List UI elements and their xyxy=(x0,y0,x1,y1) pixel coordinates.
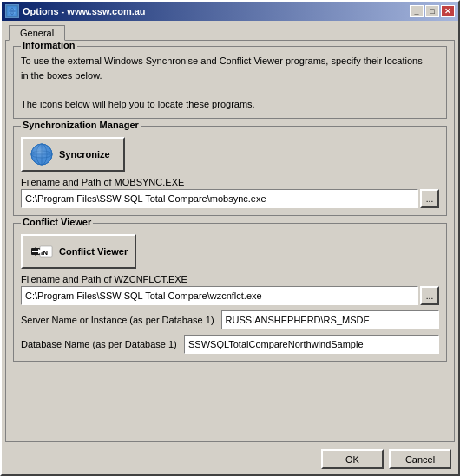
minimize-button[interactable]: _ xyxy=(410,5,424,17)
window-icon xyxy=(5,4,19,18)
conflict-filename-label: Filename and Path of WZCNFLCT.EXE xyxy=(21,274,439,284)
sync-section: Syncronize xyxy=(21,137,439,172)
conflict-button-label: Conflict Viewer xyxy=(59,246,128,257)
sync-button-label: Syncronize xyxy=(59,149,110,160)
title-bar: Options - www.ssw.com.au _ □ ✕ xyxy=(2,2,458,21)
svg-text:IN: IN xyxy=(41,249,48,257)
server-name-label: Server Name or Instance (as per Database… xyxy=(21,315,214,325)
conflict-title: Conflict Viewer xyxy=(21,217,93,227)
info-line3: The icons below will help you to locate … xyxy=(21,99,255,109)
sync-filepath-input[interactable] xyxy=(21,189,418,208)
main-window: Options - www.ssw.com.au _ □ ✕ General I… xyxy=(0,0,460,476)
content-area: Information To use the external Windows … xyxy=(5,40,455,442)
tab-general[interactable]: General xyxy=(9,25,65,41)
conflict-section: IN Conflict Viewer xyxy=(21,234,439,269)
conflict-viewer-icon: IN xyxy=(30,239,54,264)
database-name-value: SSWSQLTotalCompareNorthwindSample xyxy=(184,335,439,354)
information-group: Information To use the external Windows … xyxy=(13,46,447,119)
tab-bar: General xyxy=(2,21,458,40)
database-name-row: Database Name (as per Database 1) SSWSQL… xyxy=(21,335,439,354)
bottom-bar: OK Cancel xyxy=(2,446,458,474)
database-name-label: Database Name (as per Database 1) xyxy=(21,339,177,349)
conflict-group: Conflict Viewer IN Conflict Viewer xyxy=(13,223,447,362)
maximize-button[interactable]: □ xyxy=(425,5,439,17)
conflict-browse-button[interactable]: ... xyxy=(420,286,439,305)
sync-group: Synchronization Manager xyxy=(13,126,447,216)
title-buttons: _ □ ✕ xyxy=(410,5,455,17)
info-line2: in the boxes below. xyxy=(21,70,102,81)
sync-globe-icon xyxy=(30,142,54,166)
sync-filepath-row: ... xyxy=(21,189,439,208)
cancel-button[interactable]: Cancel xyxy=(389,449,451,469)
conflict-button[interactable]: IN Conflict Viewer xyxy=(21,234,136,269)
sync-browse-button[interactable]: ... xyxy=(420,189,439,208)
conflict-filepath-row: ... xyxy=(21,286,439,305)
sync-button[interactable]: Syncronize xyxy=(21,137,125,172)
information-title: Information xyxy=(21,40,77,50)
conflict-filepath-input[interactable] xyxy=(21,286,418,305)
window-title: Options - www.ssw.com.au xyxy=(23,6,146,16)
close-button[interactable]: ✕ xyxy=(441,5,455,17)
info-line1: To use the external Windows Synchronise … xyxy=(21,55,423,66)
sync-filename-label: Filename and Path of MOBSYNC.EXE xyxy=(21,177,439,187)
server-name-row: Server Name or Instance (as per Database… xyxy=(21,310,439,329)
svg-point-11 xyxy=(31,144,52,165)
server-name-value: RUSSIANSHEPHERD\RS_MSDE xyxy=(221,310,439,329)
information-text: To use the external Windows Synchronise … xyxy=(21,54,439,111)
ok-button[interactable]: OK xyxy=(321,449,384,469)
sync-title: Synchronization Manager xyxy=(21,120,141,130)
title-bar-left: Options - www.ssw.com.au xyxy=(5,4,146,18)
